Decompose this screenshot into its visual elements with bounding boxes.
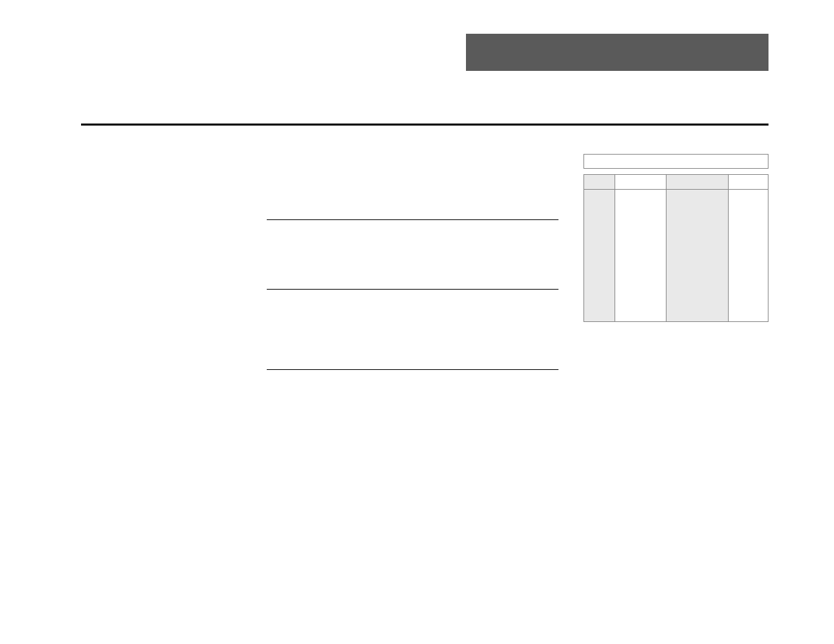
content-divider-1 (267, 219, 558, 220)
header-bar (466, 34, 768, 71)
section-divider (81, 124, 768, 126)
content-divider-3 (267, 369, 558, 370)
table-cell (584, 190, 615, 321)
table-title-row (583, 154, 768, 169)
table-header-cell (615, 175, 667, 189)
table-row (583, 190, 768, 322)
content-divider-2 (267, 289, 558, 290)
table-cell (729, 190, 768, 321)
table-header-cell (729, 175, 768, 189)
table-header-row (583, 174, 768, 190)
table-header-cell (584, 175, 615, 189)
data-table (583, 154, 768, 322)
table-cell (667, 190, 729, 321)
table-header-cell (667, 175, 729, 189)
page (0, 0, 834, 644)
table-cell (615, 190, 667, 321)
